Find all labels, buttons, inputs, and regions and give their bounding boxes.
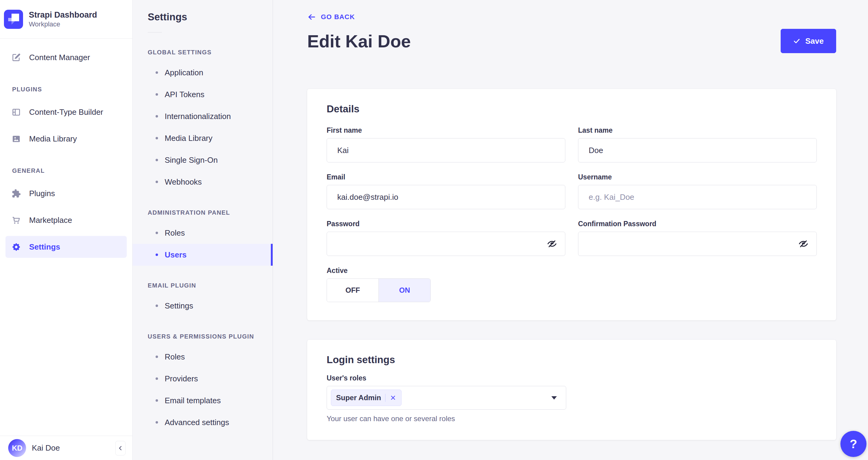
field-email: Email — [327, 173, 565, 209]
bullet-dot — [156, 71, 158, 74]
bullet-dot — [156, 115, 158, 117]
settings-item-single-sign-on[interactable]: Single Sign-On — [132, 149, 273, 171]
chevron-left-icon — [117, 445, 123, 451]
settings-section-global: GLOBAL SETTINGS Application API Tokens I… — [132, 48, 273, 193]
main-content: GO BACK Edit Kai Doe Save Details First … — [273, 0, 868, 460]
settings-item-label: Single Sign-On — [165, 155, 218, 165]
email-input[interactable] — [327, 185, 565, 209]
settings-item-label: Email templates — [165, 396, 221, 405]
settings-item-roles-up[interactable]: Roles — [132, 346, 273, 368]
settings-item-internationalization[interactable]: Internationalization — [132, 105, 273, 127]
feather-icon — [11, 53, 21, 62]
nav-section-general: GENERAL Plugins Marketplace — [5, 167, 127, 258]
picture-icon — [11, 134, 21, 144]
nav-section-label: GENERAL — [5, 167, 127, 175]
sidebar-item-plugins[interactable]: Plugins — [5, 182, 127, 204]
settings-section-label: GLOBAL SETTINGS — [132, 48, 273, 56]
last-name-input[interactable] — [578, 138, 817, 163]
settings-item-email-settings[interactable]: Settings — [132, 295, 273, 317]
first-name-input[interactable] — [327, 138, 565, 163]
username-label: Username — [578, 173, 817, 181]
settings-section-email-plugin: EMAIL PLUGIN Settings — [132, 282, 273, 317]
settings-item-webhooks[interactable]: Webhooks — [132, 171, 273, 193]
settings-item-label: Webhooks — [165, 177, 202, 187]
bullet-dot — [156, 137, 158, 139]
active-toggle-on[interactable]: ON — [379, 279, 430, 302]
active-toggle-off[interactable]: OFF — [327, 279, 379, 302]
roles-hint: Your user can have one or several roles — [327, 414, 817, 423]
settings-item-media-library[interactable]: Media Library — [132, 127, 273, 149]
settings-section-label: EMAIL PLUGIN — [132, 282, 273, 289]
bullet-dot — [156, 181, 158, 183]
settings-item-label: Providers — [165, 374, 198, 383]
settings-item-roles-admin[interactable]: Roles — [132, 222, 273, 244]
bullet-dot — [156, 232, 158, 234]
users-roles-label: User's roles — [327, 374, 817, 382]
sidebar-footer: KD Kai Doe — [0, 436, 132, 460]
bullet-dot — [156, 305, 158, 307]
collapse-sidebar-button[interactable] — [115, 441, 126, 455]
settings-item-users[interactable]: Users — [132, 244, 273, 266]
field-password: Password — [327, 220, 565, 256]
first-name-label: First name — [327, 126, 565, 135]
settings-item-advanced-settings[interactable]: Advanced settings — [132, 411, 273, 433]
settings-item-label: Advanced settings — [165, 418, 229, 427]
settings-item-application[interactable]: Application — [132, 62, 273, 84]
username-input[interactable] — [578, 185, 817, 209]
main-nav: Content Manager PLUGINS Content-Type Bui… — [0, 38, 132, 436]
bullet-dot — [156, 254, 158, 256]
divider — [148, 32, 162, 32]
login-settings-heading: Login settings — [327, 354, 817, 366]
nav-section-plugins: PLUGINS Content-Type Builder Media Libra… — [5, 85, 127, 150]
settings-item-label: Application — [165, 68, 203, 78]
settings-item-api-tokens[interactable]: API Tokens — [132, 84, 273, 105]
x-icon[interactable] — [390, 395, 396, 401]
save-button[interactable]: Save — [781, 29, 836, 53]
go-back-link[interactable]: GO BACK — [307, 11, 355, 23]
check-icon — [793, 37, 800, 45]
settings-item-email-templates[interactable]: Email templates — [132, 390, 273, 411]
toggle-password-visibility-button[interactable] — [547, 238, 557, 249]
bullet-dot — [156, 93, 158, 96]
confirmation-password-label: Confirmation Password — [578, 220, 817, 228]
page-title: Edit Kai Doe — [307, 31, 411, 51]
role-tag-label: Super Admin — [336, 394, 381, 402]
password-label: Password — [327, 220, 565, 228]
sidebar-item-media-library[interactable]: Media Library — [5, 128, 127, 150]
brand-block[interactable]: Strapi Dashboard Workplace — [0, 0, 132, 38]
sidebar-item-settings[interactable]: Settings — [5, 236, 127, 258]
gear-icon — [11, 242, 21, 252]
toggle-confirmation-visibility-button[interactable] — [798, 238, 809, 249]
avatar: KD — [8, 439, 26, 457]
role-tag-super-admin: Super Admin — [331, 390, 402, 406]
settings-section-admin-panel: ADMINISTRATION PANEL Roles Users — [132, 209, 273, 266]
bullet-dot — [156, 421, 158, 424]
bullet-dot — [156, 159, 158, 161]
brand-subtitle: Workplace — [29, 20, 97, 29]
nav-section-label: PLUGINS — [5, 85, 127, 93]
settings-section-users-permissions: USERS & PERMISSIONS PLUGIN Roles Provide… — [132, 333, 273, 433]
field-confirmation-password: Confirmation Password — [578, 220, 817, 256]
sidebar-item-label: Settings — [29, 242, 60, 252]
details-card: Details First name Last name Email Usern… — [307, 89, 836, 320]
settings-section-label: ADMINISTRATION PANEL — [132, 209, 273, 217]
settings-sidebar: Settings GLOBAL SETTINGS Application API… — [132, 0, 273, 460]
sidebar-item-content-manager[interactable]: Content Manager — [5, 47, 127, 68]
sidebar-item-marketplace[interactable]: Marketplace — [5, 209, 127, 231]
login-settings-card: Login settings User's roles Super Admin … — [307, 340, 836, 440]
settings-item-label: Roles — [165, 352, 185, 362]
users-roles-select[interactable]: Super Admin — [327, 386, 566, 410]
sidebar-item-content-type-builder[interactable]: Content-Type Builder — [5, 101, 127, 123]
field-username: Username — [578, 173, 817, 209]
password-input[interactable] — [327, 232, 565, 256]
last-name-label: Last name — [578, 126, 817, 135]
settings-item-providers[interactable]: Providers — [132, 368, 273, 390]
settings-item-label: Users — [165, 250, 187, 260]
divider — [385, 394, 385, 402]
email-label: Email — [327, 173, 565, 181]
field-first-name: First name — [327, 126, 565, 163]
settings-item-label: Internationalization — [165, 112, 231, 121]
sidebar-item-label: Plugins — [29, 189, 55, 198]
help-button[interactable]: ? — [840, 431, 866, 457]
confirmation-password-input[interactable] — [578, 232, 817, 256]
